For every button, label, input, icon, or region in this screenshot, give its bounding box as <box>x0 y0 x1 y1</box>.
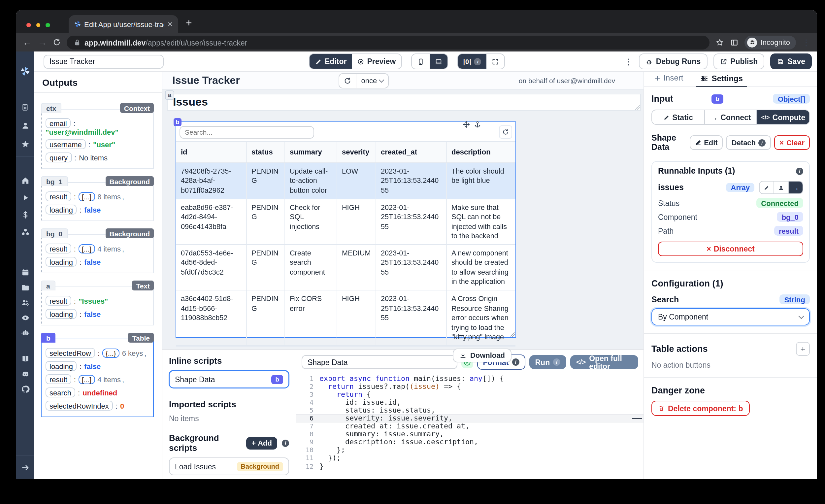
sidebar-item-book[interactable] <box>21 355 29 363</box>
table-component[interactable]: b idstatussummaryseveritycreated_atdescr… <box>175 122 516 338</box>
output-card-ctx[interactable]: ctxContextemail:"user@windmill.dev"usern… <box>41 109 154 169</box>
move-icon[interactable] <box>463 121 470 128</box>
sidebar-item-folder[interactable] <box>21 283 29 292</box>
code-line[interactable]: 11 }); <box>296 454 644 462</box>
tab-close-icon[interactable]: × <box>168 20 172 28</box>
mobile-view-button[interactable] <box>411 54 429 69</box>
search-mode-select[interactable]: By Component <box>652 308 810 326</box>
resize-handle[interactable] <box>635 105 640 110</box>
desktop-view-button[interactable] <box>429 54 447 69</box>
sidebar-item-expand[interactable] <box>21 463 29 472</box>
anchor-icon[interactable] <box>474 121 481 128</box>
output-collapsed-chip[interactable]: {...} <box>102 348 120 357</box>
close-window-button[interactable] <box>26 23 31 27</box>
code-line[interactable]: 7 created_at: issue.created_at, <box>296 422 644 430</box>
code-line[interactable]: 4 id: issue.id, <box>296 399 644 406</box>
output-key-chip[interactable]: loading <box>46 257 77 267</box>
edit-script-button[interactable]: Edit <box>689 135 723 150</box>
table-row[interactable]: 07da0553-4e6e-4d56-8ded-5fd0f7d5c3c2PEND… <box>176 245 516 291</box>
refresh-mode-dropdown[interactable]: once <box>356 74 388 87</box>
new-tab-button[interactable]: + <box>186 17 192 29</box>
output-card-bg_1[interactable]: bg_1Backgroundresult:[...]8 items,loadin… <box>41 182 154 221</box>
output-key-chip[interactable]: result <box>46 374 71 384</box>
hide-panels-button[interactable]: |0|i <box>458 54 486 69</box>
component-tag-b[interactable]: b <box>173 118 181 126</box>
table-row[interactable]: 794208f5-2735-428a-b4af-b071ff0a2962PEND… <box>176 163 516 199</box>
detach-button[interactable]: Detachi <box>726 135 771 150</box>
code-editor[interactable]: 1export async function main(issues: any[… <box>296 372 644 479</box>
component-tag-a[interactable]: a <box>165 90 174 100</box>
connect-source-button[interactable]: → <box>789 182 803 194</box>
resize-handle[interactable] <box>510 332 515 337</box>
sidebar-item-dollar[interactable] <box>21 211 29 219</box>
static-source-button[interactable] <box>760 182 774 194</box>
add-background-script-button[interactable]: +Add <box>246 437 277 449</box>
output-key-chip[interactable]: loading <box>46 361 77 371</box>
output-card-tag[interactable]: bg_1 <box>41 176 68 186</box>
forward-icon[interactable]: → <box>38 38 47 47</box>
sidebar-item-robot[interactable] <box>21 329 29 337</box>
sidebar-item-star[interactable] <box>21 140 29 149</box>
output-key-chip[interactable]: loading <box>46 309 77 319</box>
side-panel-icon[interactable] <box>730 38 739 47</box>
connect-mode-button[interactable]: →Connect <box>704 110 757 124</box>
code-line[interactable]: 12} <box>296 462 644 470</box>
code-line[interactable]: 10 }; <box>296 446 644 454</box>
minimize-window-button[interactable] <box>36 23 40 27</box>
clear-button[interactable]: ×Clear <box>774 135 810 150</box>
output-card-tag[interactable]: bg_0 <box>41 228 68 238</box>
table-row[interactable]: eaba8d96-e387-4d2d-8494-096e4143b8faPEND… <box>176 199 516 245</box>
run-button[interactable]: Runi <box>529 355 566 369</box>
sidebar-item-home[interactable] <box>21 176 29 185</box>
browser-tab[interactable]: Edit App u/user/issue-tracker | × <box>68 15 178 33</box>
sidebar-item-calendar[interactable] <box>21 268 29 277</box>
code-line[interactable]: 9 description: issue.description, <box>296 438 644 446</box>
output-card-bg_0[interactable]: bg_0Backgroundresult:[...]4 items,loadin… <box>41 234 154 273</box>
output-card-a[interactable]: aTextresult:"Issues"loading:false <box>41 286 154 326</box>
code-line[interactable]: 2 return issues?.map((issue) => { <box>296 382 644 390</box>
maximize-window-button[interactable] <box>46 23 50 27</box>
address-bar[interactable]: app.windmill.dev/apps/edit/u/user/issue-… <box>67 35 710 49</box>
app-name-input[interactable] <box>44 55 164 68</box>
text-component[interactable]: a Issues <box>167 94 641 111</box>
refresh-app-button[interactable] <box>340 74 356 87</box>
sidebar-item-discord[interactable] <box>21 370 29 378</box>
delete-component-button[interactable]: Delete component: b <box>652 401 749 416</box>
window-controls[interactable] <box>16 23 59 33</box>
output-key-chip[interactable]: selectedRow <box>46 348 95 358</box>
sidebar-item-cubes[interactable] <box>21 228 29 236</box>
output-key-chip[interactable]: result <box>46 192 71 201</box>
add-table-action-button[interactable]: + <box>796 342 810 356</box>
download-button[interactable]: Download <box>453 349 512 362</box>
static-mode-button[interactable]: Static <box>652 110 704 124</box>
sidebar-item-play[interactable] <box>21 194 29 202</box>
column-header-created_at[interactable]: created_at <box>376 142 447 162</box>
output-collapsed-chip[interactable]: [...] <box>79 192 95 201</box>
preview-mode-button[interactable]: Preview <box>352 54 401 69</box>
sidebar-item-user[interactable] <box>21 122 29 130</box>
column-header-description[interactable]: description <box>447 142 516 162</box>
output-key-chip[interactable]: selectedRowIndex <box>46 401 113 411</box>
reload-icon[interactable] <box>53 38 61 46</box>
output-collapsed-chip[interactable]: [...] <box>79 375 95 384</box>
app-menu-icon[interactable]: ⋮ <box>624 57 633 66</box>
column-header-summary[interactable]: summary <box>285 142 337 162</box>
output-card-b[interactable]: bTableselectedRow:{...}6 keys,loading:fa… <box>41 339 154 417</box>
back-icon[interactable]: ← <box>22 38 32 47</box>
browser-menu-icon[interactable]: ⋮ <box>802 37 811 47</box>
code-line[interactable]: 5 status: issue.status, <box>296 406 644 414</box>
output-key-chip[interactable]: email <box>46 118 71 128</box>
column-header-id[interactable]: id <box>176 142 247 162</box>
tab-settings[interactable]: Settings <box>700 74 743 86</box>
fullscreen-button[interactable] <box>487 54 505 69</box>
sidebar-item-users-cog[interactable] <box>21 298 29 307</box>
sidebar-item-windmill-logo[interactable] <box>20 59 30 77</box>
column-header-status[interactable]: status <box>247 142 285 162</box>
sidebar-item-github[interactable] <box>21 385 29 393</box>
column-header-severity[interactable]: severity <box>337 142 376 162</box>
bookmark-star-icon[interactable] <box>716 38 724 47</box>
background-script-item[interactable]: Load IssuesBackground <box>169 457 289 475</box>
output-key-chip[interactable]: loading <box>46 205 77 215</box>
output-key-chip[interactable]: query <box>46 152 72 162</box>
publish-button[interactable]: Publish <box>713 54 764 69</box>
